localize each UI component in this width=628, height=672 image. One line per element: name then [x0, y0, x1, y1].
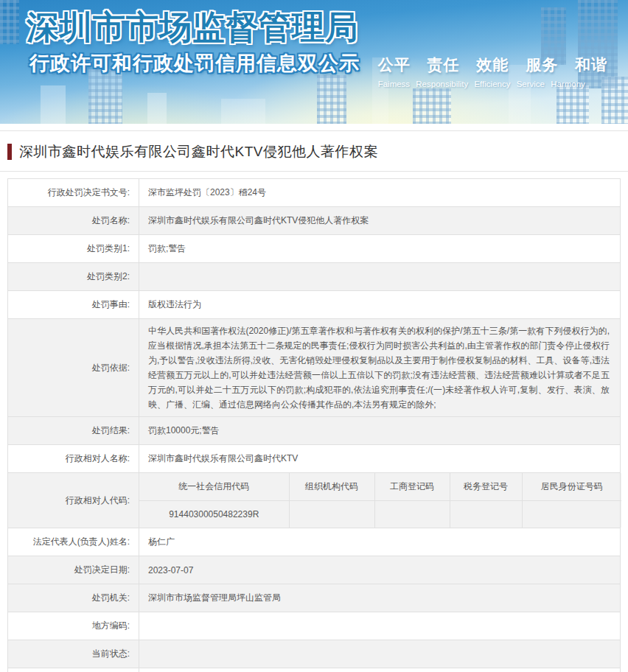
- party-codes-table: 统一社会信用代码 组织机构代码 工商登记码 税务登记号 居民身份证号码 9144…: [139, 473, 621, 528]
- table-row: 处罚事由: 版权违法行为: [8, 291, 621, 319]
- case-title-block: 深圳市鑫时代娱乐有限公司鑫时代KTV侵犯他人著作权案: [0, 131, 628, 172]
- row-label: 处罚名称:: [8, 207, 139, 235]
- code-col-header: 工商登记码: [374, 473, 450, 500]
- row-label: 处罚事由:: [8, 291, 139, 319]
- row-value: 中华人民共和国著作权法(2020修正)/第五章著作权和与著作权有关的权利的保护/…: [139, 319, 621, 417]
- row-value: 深圳市鑫时代娱乐有限公司鑫时代KTV: [139, 445, 621, 473]
- row-value: [139, 612, 621, 640]
- code-value: [374, 500, 450, 528]
- table-row: 当前状态:: [8, 640, 621, 668]
- table-row: 法定代表人(负责人)姓名: 杨仁广: [8, 528, 621, 556]
- building-silhouette-icon: [557, 83, 589, 124]
- row-value: [139, 263, 621, 291]
- building-silhouette-icon: [41, 85, 66, 124]
- code-col-header: 居民身份证号码: [522, 473, 621, 500]
- building-silhouette-icon: [0, 0, 19, 44]
- row-value: 2023-07-07: [139, 556, 621, 584]
- table-row-party-codes: 行政相对人代码: 统一社会信用代码 组织机构代码 工商登记码 税务登记号 居民身…: [8, 473, 621, 528]
- table-row: 地方编码:: [8, 612, 621, 640]
- row-label: 备注: [8, 668, 139, 672]
- row-value: 深圳市鑫时代娱乐有限公司鑫时代KTV侵犯他人著作权案: [139, 207, 621, 235]
- slogan-chinese: 公平 责任 效能 服务 和谐: [378, 55, 607, 75]
- party-codes-cell: 统一社会信用代码 组织机构代码 工商登记码 税务登记号 居民身份证号码 9144…: [139, 473, 621, 528]
- code-value: [450, 500, 522, 528]
- table-row: 处罚结果: 罚款10000元;警告: [8, 417, 621, 445]
- row-value: [139, 668, 621, 672]
- row-value: 罚款10000元;警告: [139, 417, 621, 445]
- title-accent-bar: [7, 144, 12, 160]
- code-header-row: 统一社会信用代码 组织机构代码 工商登记码 税务登记号 居民身份证号码: [139, 473, 621, 500]
- content-panel: 深圳市鑫时代娱乐有限公司鑫时代KTV侵犯他人著作权案 行政处罚决定书文号: 深市…: [0, 130, 628, 672]
- building-silhouette-icon: [147, 93, 167, 124]
- code-col-header: 税务登记号: [450, 473, 522, 500]
- row-label: 处罚决定日期:: [8, 556, 139, 584]
- banner-slogan: 公平 责任 效能 服务 和谐 Faimess Responsibility Ef…: [378, 55, 607, 88]
- org-title: 深圳市市场监督管理局: [27, 6, 358, 49]
- row-label: 行政相对人名称:: [8, 445, 139, 473]
- code-col-header: 组织机构代码: [289, 473, 374, 500]
- row-label: 处罚类别1:: [8, 235, 139, 263]
- code-value-row: 91440300050482239R: [139, 500, 621, 528]
- table-row: 处罚机关: 深圳市市场监督管理局坪山监管局: [8, 584, 621, 612]
- row-value: [139, 640, 621, 668]
- table-row: 备注: [8, 668, 621, 672]
- banner-subtitle: 行政许可和行政处罚信用信息双公示: [29, 50, 360, 77]
- row-label: 行政相对人代码:: [8, 473, 139, 528]
- code-value: [289, 500, 374, 528]
- table-row: 处罚名称: 深圳市鑫时代娱乐有限公司鑫时代KTV侵犯他人著作权案: [8, 207, 621, 235]
- code-col-header: 统一社会信用代码: [139, 473, 289, 500]
- page-title: 深圳市鑫时代娱乐有限公司鑫时代KTV侵犯他人著作权案: [19, 142, 378, 161]
- building-silhouette-icon: [413, 88, 451, 124]
- row-label: 当前状态:: [8, 640, 139, 668]
- row-label: 处罚机关:: [8, 584, 139, 612]
- table-row: 处罚类别2:: [8, 263, 621, 291]
- row-value: 版权违法行为: [139, 291, 621, 319]
- slogan-english: Faimess Responsibility Efficiency Servic…: [378, 80, 607, 88]
- building-silhouette-icon: [221, 99, 265, 124]
- table-row: 处罚决定日期: 2023-07-07: [8, 556, 621, 584]
- row-value: 杨仁广: [139, 528, 621, 556]
- code-value: [522, 500, 621, 528]
- row-label: 处罚依据:: [8, 319, 139, 417]
- row-label: 行政处罚决定书文号:: [8, 179, 139, 207]
- table-row: 处罚类别1: 罚款;警告: [8, 235, 621, 263]
- table-row: 行政处罚决定书文号: 深市监坪处罚〔2023〕稽24号: [8, 179, 621, 207]
- row-label: 处罚结果:: [8, 417, 139, 445]
- site-banner: 深圳市市场监督管理局 行政许可和行政处罚信用信息双公示 公平 责任 效能 服务 …: [0, 0, 628, 124]
- row-value: 罚款;警告: [139, 235, 621, 263]
- table-row: 处罚依据: 中华人民共和国著作权法(2020修正)/第五章著作权和与著作权有关的…: [8, 319, 621, 417]
- building-silhouette-icon: [88, 69, 122, 124]
- row-label: 法定代表人(负责人)姓名:: [8, 528, 139, 556]
- row-value: 深圳市市场监督管理局坪山监管局: [139, 584, 621, 612]
- row-label: 地方编码:: [8, 612, 139, 640]
- building-silhouette-icon: [317, 75, 346, 124]
- code-value: 91440300050482239R: [139, 500, 289, 528]
- penalty-info-table: 行政处罚决定书文号: 深市监坪处罚〔2023〕稽24号 处罚名称: 深圳市鑫时代…: [7, 178, 621, 672]
- table-row: 行政相对人名称: 深圳市鑫时代娱乐有限公司鑫时代KTV: [8, 445, 621, 473]
- row-label: 处罚类别2:: [8, 263, 139, 291]
- row-value: 深市监坪处罚〔2023〕稽24号: [139, 179, 621, 207]
